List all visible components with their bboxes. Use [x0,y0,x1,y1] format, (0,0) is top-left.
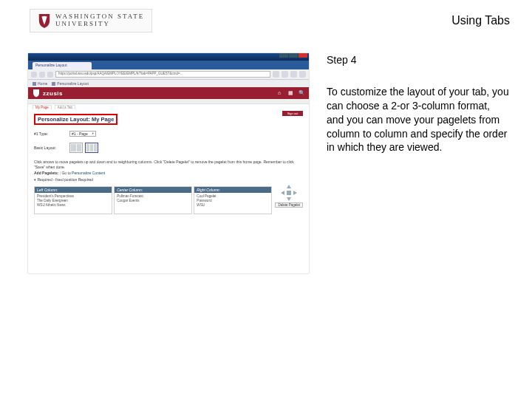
col-header: Center Column: [115,187,191,193]
center-column-box: Center Column: Pullman Forecast Cougar E… [114,186,192,214]
type-dropdown: #1 - Page [69,131,96,137]
personalize-layout-heading: Personalize Layout: My Page [34,114,117,125]
search-icon: 🔍 [299,90,304,96]
help-text: Click arrows to move pagelets up and dow… [34,160,303,169]
layout-label: Basic Layout: [34,146,62,150]
signout-button: Sign out [282,111,303,116]
logo-line2: UNIVERSITY [55,21,144,28]
shield-icon [33,89,40,98]
wsu-logo-block: WASHINGTON STATE UNIVERSITY [30,9,152,33]
browser-tabstrip: Personalize Layout [28,61,309,69]
reload-button [47,72,53,78]
screenshot-browser-window: Personalize Layout https://portal.wsu.ed… [28,53,309,273]
toolbar-icon [273,71,279,78]
step-label: Step 4 [327,53,510,67]
toolbar-icon [282,71,288,78]
bookmark-bar: Home Personalize Layout [28,80,309,87]
browser-tab: Personalize Layout [33,62,92,69]
address-bar: https://portal.wsu.edu/psp/AAQA/EMPLOYEE… [55,71,270,78]
window-titlebar [28,53,309,61]
layout-3col-option [85,143,98,153]
pagelet-item: WSU [197,203,269,208]
bookmark-item: Home [33,81,47,86]
legend-line: ▾ Required - fixed position Required [34,177,303,183]
pagelet-item: WSU Athetic News [37,203,109,208]
layout-picker [69,143,98,153]
layout-2col-option [69,143,83,153]
forward-button [39,72,45,78]
home-icon: ⌂ [278,90,284,96]
back-button [31,72,37,78]
brand-text: zzusis [43,90,63,97]
apps-icon: ▦ [288,90,294,96]
type-label: #1 Type: [34,132,62,136]
toolbar-icon [290,71,297,78]
pagelet-item: Cougar Events [117,199,189,203]
window-buttons [279,53,307,61]
col-header: Left Column: [35,187,112,193]
left-column-box: Left Column: President's Perspectives Th… [34,186,112,214]
col-header: Right Column: [194,187,271,193]
menu-icon [299,71,306,78]
instruction-body: To customize the layout of your tab, you… [327,85,510,154]
bookmark-item: Personalize Layout [52,81,89,86]
right-column-box: Right Column: Cool Pagelet Password WSU [194,186,272,214]
delete-pagelet-button: Delete Pagelet [275,202,303,208]
shield-icon [38,13,51,29]
move-arrows [281,185,297,201]
add-pagelets-line: Add Pagelets: | Go to Personalize Conten… [34,171,303,176]
page-title: Using Tabs [451,14,510,27]
